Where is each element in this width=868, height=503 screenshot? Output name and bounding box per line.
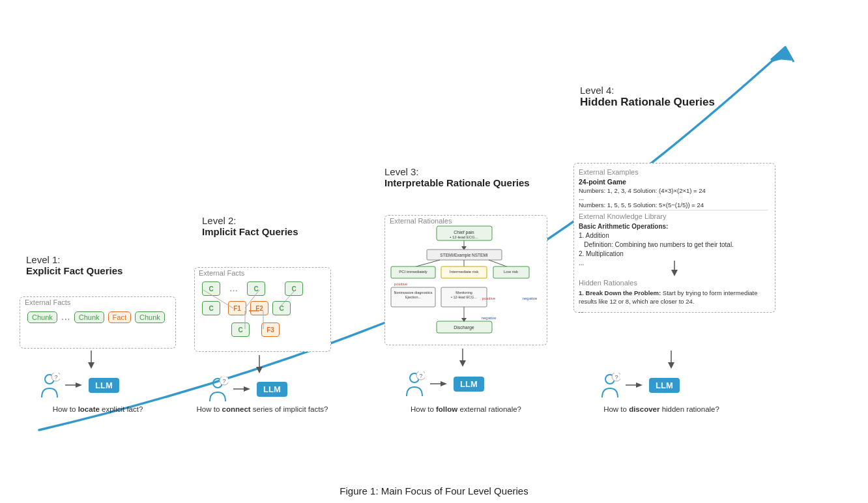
level3-num: Level 3:: [384, 166, 530, 177]
arrow-right-l2: [233, 384, 252, 394]
arrow-down-l3: [456, 349, 469, 368]
llm-box-l3: LLM: [454, 377, 484, 392]
level2-name: Implicit Fact Queries: [202, 226, 298, 237]
level3-name: Interpretable Rationale Queries: [384, 177, 530, 188]
fact-node: Fact: [108, 311, 131, 323]
llm-box-l2: LLM: [257, 382, 287, 397]
hidden-rationales-section: Hidden Rationales 1. Break Down the Prob…: [579, 279, 771, 321]
f3-node: F3: [261, 323, 280, 337]
chunk-node-2: Chunk: [74, 311, 104, 323]
figure-caption: Figure 1: Main Focus of Four Level Queri…: [340, 485, 528, 496]
arrow-right-l3: [430, 379, 448, 388]
query-bold-l4: discover: [629, 405, 659, 413]
svg-marker-0: [772, 52, 788, 62]
c-node-1: C: [202, 281, 220, 296]
example1-text: Numbers: 1, 2, 3, 4 Solution: (4×3)×(2×1…: [579, 187, 771, 194]
arrow-down-l2: [253, 355, 266, 375]
query-bold-l3: follow: [436, 405, 457, 413]
chunk-node-1: Chunk: [27, 311, 57, 323]
svg-text:positive: positive: [482, 296, 496, 300]
arrow-between-l4: [668, 261, 681, 277]
arrow-down-l1: [85, 351, 98, 370]
svg-text:STEMI/Example NSTEMI: STEMI/Example NSTEMI: [440, 253, 488, 258]
person-icon-l3: ?: [404, 371, 425, 396]
svg-marker-16: [256, 367, 263, 373]
level1-name: Explicit Fact Queries: [26, 265, 123, 276]
person-icon-l1: ?: [39, 373, 60, 397]
query-text-l4: How to discover hidden rationale?: [573, 405, 749, 413]
ext-examples-label: External Examples: [579, 168, 771, 176]
dots-1: …: [61, 312, 70, 323]
query-bold-l2: connect: [222, 405, 251, 413]
svg-text:negative: negative: [523, 296, 538, 300]
svg-marker-53: [459, 360, 466, 367]
level1-label: Level 1: Explicit Fact Queries: [26, 254, 123, 276]
arrow-down-l4: [665, 351, 678, 370]
chunks-row-level1: Chunk … Chunk Fact Chunk: [27, 311, 165, 323]
f1-node: F1: [228, 301, 246, 315]
svg-text:Monitoring: Monitoring: [456, 291, 472, 295]
dots-ex: ...: [579, 194, 771, 201]
query-text-l3: How to follow external rationale?: [384, 405, 547, 413]
query-bold-l1: locate: [78, 405, 100, 413]
main-container: Level 1: Explicit Fact Queries External …: [0, 0, 868, 503]
svg-marker-60: [671, 270, 678, 276]
query-text-l1: How to locate explicit fact?: [20, 405, 176, 413]
svg-marker-1: [771, 47, 792, 61]
ext-label-level2: External Facts: [199, 269, 244, 277]
svg-text:?: ?: [54, 374, 57, 381]
svg-text:Ejection...: Ejection...: [405, 295, 422, 299]
person-icon-l2: ?: [207, 377, 228, 401]
svg-marker-67: [636, 382, 643, 388]
svg-text:Intermediate risk: Intermediate risk: [450, 270, 479, 274]
svg-marker-58: [441, 381, 447, 386]
game-title: 24-point Game: [579, 178, 771, 186]
person-llm-row-level2: ? LLM: [207, 377, 287, 401]
hidden-content: 1. Break Down the Problem: Start by tryi…: [579, 289, 771, 315]
medical-flowchart-l3: Chief pain • 12-lead ECG... STEMI/Exampl…: [388, 225, 541, 341]
svg-marker-3: [88, 362, 94, 369]
level2-label: Level 2: Implicit Fact Queries: [202, 215, 298, 237]
level1-num: Level 1:: [26, 254, 123, 265]
knowledge-section: External Knowledge Library Basic Arithme…: [579, 212, 771, 268]
query-text-l2: How to connect series of implicit facts?: [192, 405, 332, 413]
llm-box-l1: LLM: [89, 378, 119, 393]
divider-l4: [579, 210, 768, 210]
svg-text:?: ?: [615, 374, 618, 381]
arrow-right-l1: [65, 381, 83, 390]
svg-text:Noninvasive diagnostics: Noninvasive diagnostics: [394, 291, 432, 295]
f2-node: F2: [250, 301, 268, 315]
ext-label-level3: External Rationales: [390, 217, 452, 225]
svg-text:Chief pain: Chief pain: [454, 230, 474, 235]
level4-label: Level 4: Hidden Rationale Queries: [580, 85, 715, 109]
graph-row1-l2: C … C C: [202, 281, 303, 296]
c-node-5: C: [272, 301, 291, 315]
graph-row2-l2: C F1 F2 C: [202, 301, 291, 315]
svg-marker-21: [244, 386, 250, 392]
person-llm-row-level4: ? LLM: [600, 373, 680, 397]
hidden-label: Hidden Rationales: [579, 279, 771, 287]
person-icon-l4: ?: [600, 373, 620, 397]
svg-text:?: ?: [419, 373, 422, 379]
svg-text:negative: negative: [482, 316, 497, 320]
person-llm-row-level3: ? LLM: [404, 371, 484, 396]
svg-text:PCI immediately: PCI immediately: [399, 270, 427, 274]
level2-num: Level 2:: [202, 215, 298, 226]
c-node-3: C: [285, 281, 303, 296]
level3-label: Level 3: Interpretable Rationale Queries: [384, 166, 530, 188]
arrow-right-l4: [626, 381, 644, 390]
ext-label-level1: External Facts: [25, 298, 70, 306]
svg-text:• 12-lead ECG...: • 12-lead ECG...: [450, 235, 478, 239]
svg-text:Discharge: Discharge: [454, 325, 474, 330]
c-node-4: C: [202, 301, 220, 315]
external-examples-section: External Examples 24-point Game Numbers:…: [579, 168, 771, 208]
svg-line-29: [414, 260, 440, 267]
c-node-2: C: [247, 281, 265, 296]
example3-text: Numbers: 1, 5, 5, 5 Solution: 5×(5−(1/5)…: [579, 201, 771, 208]
svg-marker-62: [668, 362, 674, 369]
c-node-6: C: [231, 323, 250, 337]
knowledge-label: External Knowledge Library: [579, 212, 771, 220]
llm-box-l4: LLM: [649, 378, 680, 393]
svg-text:Low risk: Low risk: [504, 270, 519, 274]
svg-line-31: [489, 260, 508, 267]
